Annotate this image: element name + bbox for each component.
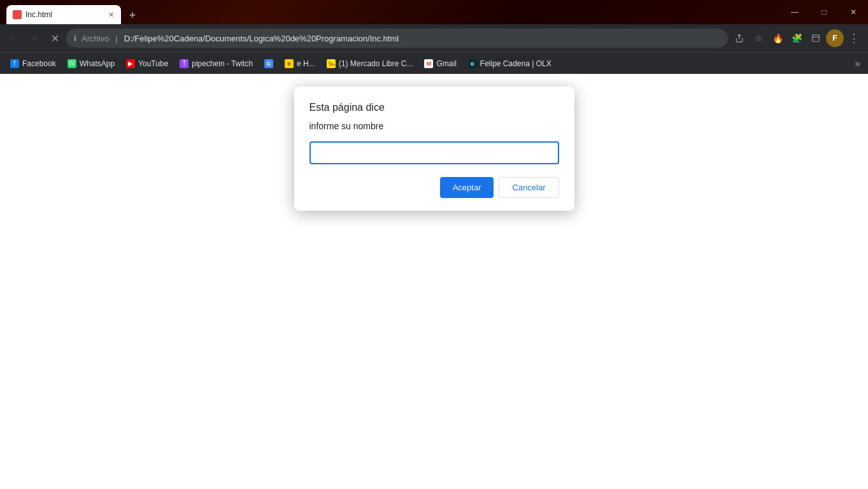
dialog-message: informe su nombre — [309, 121, 559, 131]
tab-strip: Inc.html ✕ + — [0, 0, 141, 24]
facebook-icon: f — [10, 59, 19, 68]
bookmark-label: pipechein - Twitch — [192, 59, 253, 68]
bookmark-whatsapp[interactable]: W WhatsApp — [62, 57, 120, 71]
youtube-icon: ▶ — [126, 59, 135, 68]
address-bar[interactable]: ℹ Archivo | D:/Felipe%20Cadena/Documents… — [66, 29, 728, 48]
tab-close-button[interactable]: ✕ — [106, 10, 116, 20]
bookmark-facebook[interactable]: f Facebook — [5, 57, 61, 71]
bookmark-star-icon[interactable]: ☆ — [750, 29, 767, 47]
security-icon: ℹ — [74, 34, 76, 43]
bookmark-youtube[interactable]: ▶ YouTube — [121, 57, 173, 71]
bookmark-olx[interactable]: o Felipe Cadena | OLX — [463, 57, 557, 71]
gmail-icon: M — [424, 59, 433, 68]
window-controls: — □ ✕ — [780, 0, 868, 24]
bookmark-twitch[interactable]: T pipechein - Twitch — [174, 57, 258, 71]
navigation-bar: ← → ✕ ℹ Archivo | D:/Felipe%20Cadena/Doc… — [0, 24, 868, 52]
bookmark-mercadolibre[interactable]: 🐆 (1) Mercado Libre C... — [322, 57, 418, 71]
flame-icon[interactable]: 🔥 — [769, 29, 786, 47]
prompt-dialog: Esta página dice informe su nombre Acept… — [294, 87, 574, 211]
protocol-label: Archivo — [82, 34, 109, 43]
bookmarks-bar: f Facebook W WhatsApp ▶ YouTube T pipech… — [0, 52, 868, 74]
tab-favicon — [13, 10, 22, 19]
google-icon: G — [264, 59, 273, 68]
bookmark-label: (1) Mercado Libre C... — [339, 59, 413, 68]
eh-icon: e — [285, 59, 294, 68]
bookmark-label: e H... — [297, 59, 315, 68]
bookmarks-more-button[interactable]: » — [852, 57, 863, 71]
bookmark-label: WhatsApp — [80, 59, 115, 68]
bookmark-label: Felipe Cadena | OLX — [480, 59, 551, 68]
bookmark-label: Gmail — [436, 59, 456, 68]
tab-title: Inc.html — [25, 10, 102, 19]
whatsapp-icon: W — [68, 59, 76, 68]
main-content: Esta página dice informe su nombre Acept… — [0, 74, 868, 489]
share-icon[interactable] — [730, 29, 748, 47]
profile-window-icon[interactable] — [807, 29, 825, 47]
dialog-buttons: Aceptar Cancelar — [309, 177, 559, 198]
toolbar-icons: ☆ 🔥 🧩 F ⋮ — [730, 29, 863, 47]
forward-button[interactable]: → — [25, 29, 43, 47]
cancel-button[interactable]: Cancelar — [499, 177, 559, 198]
menu-icon[interactable]: ⋮ — [845, 29, 863, 47]
bookmark-label: Facebook — [22, 59, 56, 68]
mercadolibre-icon: 🐆 — [327, 59, 336, 68]
profile-avatar[interactable]: F — [826, 29, 844, 47]
title-bar: Inc.html ✕ + — □ ✕ — [0, 0, 868, 24]
bookmark-eh[interactable]: e e H... — [280, 57, 320, 71]
maximize-button[interactable]: □ — [809, 0, 839, 24]
bookmark-google[interactable]: G — [259, 57, 278, 71]
back-button[interactable]: ← — [5, 29, 23, 47]
bookmark-label: YouTube — [138, 59, 168, 68]
dialog-text-input[interactable] — [309, 141, 559, 164]
olx-icon: o — [468, 59, 477, 68]
svg-rect-0 — [813, 35, 820, 42]
close-button[interactable]: ✕ — [839, 0, 868, 24]
chrome-window: Inc.html ✕ + — □ ✕ ← → ✕ ℹ Archivo | D:/… — [0, 0, 868, 489]
extension-puzzle-icon[interactable]: 🧩 — [788, 29, 806, 47]
dialog-title: Esta página dice — [309, 102, 559, 113]
url-text: D:/Felipe%20Cadena/Documents/Logica%20de… — [124, 34, 720, 43]
active-tab[interactable]: Inc.html ✕ — [6, 5, 121, 24]
bookmark-gmail[interactable]: M Gmail — [419, 57, 461, 71]
accept-button[interactable]: Aceptar — [440, 177, 494, 198]
new-tab-button[interactable]: + — [124, 6, 141, 24]
minimize-button[interactable]: — — [780, 0, 809, 24]
reload-button[interactable]: ✕ — [46, 29, 64, 47]
twitch-icon: T — [180, 59, 189, 68]
